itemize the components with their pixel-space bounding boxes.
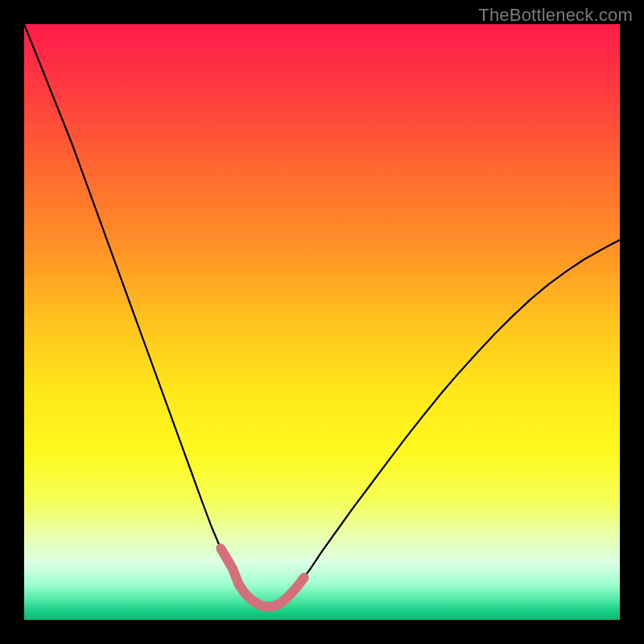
plot-area: [24, 24, 620, 620]
chart-frame: TheBottleneck.com: [0, 0, 644, 644]
gradient-background: [24, 24, 620, 620]
watermark-text: TheBottleneck.com: [478, 5, 633, 26]
chart-svg: [24, 24, 620, 620]
